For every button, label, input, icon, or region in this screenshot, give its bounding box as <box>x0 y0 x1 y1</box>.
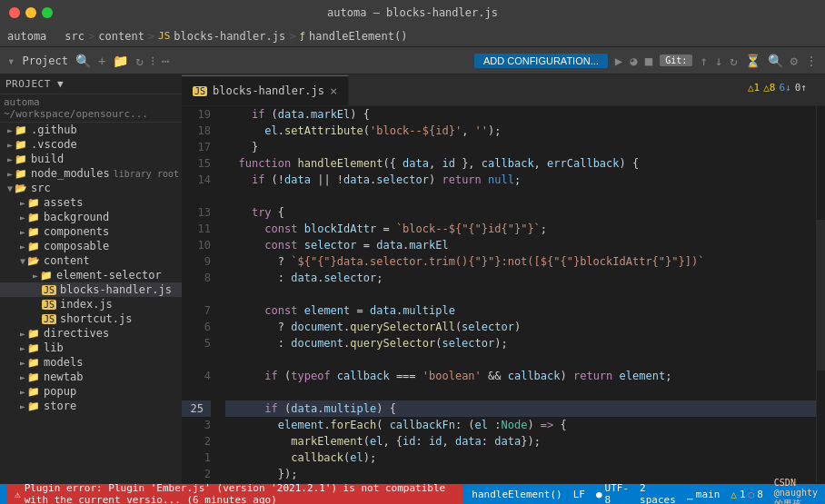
title-bar: automa – blocks-handler.js <box>0 0 825 25</box>
file-tree: ► 📁 .github ► 📁 .vscode ► 📁 build ► 📁 no… <box>0 123 182 413</box>
run-icon[interactable]: ▶ <box>615 54 622 68</box>
line-ending-text: LF <box>573 489 585 500</box>
search-icon[interactable]: 🔍 <box>75 54 91 68</box>
code-line <box>225 286 816 302</box>
code-line: const selector = data.markEl <box>225 237 816 253</box>
sidebar-item-build[interactable]: ► 📁 build <box>0 152 182 166</box>
git-pull-icon[interactable]: ↓ <box>715 54 722 68</box>
line-numbers: 19 18 17 15 14 13 11 10 9 8 7 6 5 4 25 3 <box>182 106 218 484</box>
folder-icon: 📁 <box>15 124 27 136</box>
spaces-text: 2 spaces <box>640 482 676 504</box>
more-icon[interactable]: ⋯ <box>162 54 169 68</box>
code-editor[interactable]: 19 18 17 15 14 13 11 10 9 8 7 6 5 4 25 3 <box>182 106 825 484</box>
settings-icon[interactable]: ⚙ <box>790 54 798 68</box>
sidebar-item-models[interactable]: ► 📁 models <box>0 355 182 370</box>
code-content[interactable]: if (data.markEl) { el.setAttribute('bloc… <box>218 106 816 484</box>
sidebar-item-popup[interactable]: ► 📁 popup <box>0 384 182 399</box>
project-dropdown[interactable]: ▾ <box>7 54 15 68</box>
code-line: const blockIdAttr = `block--${"{"}id{"}"… <box>225 221 816 237</box>
sidebar-item-src[interactable]: ▼ 📂 src <box>0 181 182 195</box>
sidebar-item-assets[interactable]: ► 📁 assets <box>0 195 182 210</box>
git-history-icon[interactable]: ⏳ <box>745 54 760 68</box>
git-refresh-icon[interactable]: ↻ <box>730 54 737 68</box>
app-name[interactable]: automa <box>7 30 46 43</box>
sidebar-project-header: Project ▼ <box>0 74 182 94</box>
folder-icon: 📁 <box>15 168 27 180</box>
folder-icon: 📁 <box>27 328 40 340</box>
branch-indicator[interactable]: ⎯ main <box>687 489 721 500</box>
warning-status[interactable]: △ 1 ○ 8 <box>731 489 763 500</box>
plugin-error-message[interactable]: ⚠ Plugin error: Plugin 'Ember.js' (versi… <box>7 484 462 504</box>
workspace-path: automa ~/workspace/opensourc... <box>0 94 182 123</box>
project-label: Project <box>22 54 68 67</box>
collapse-icon[interactable]: ⁝ <box>151 54 154 68</box>
sidebar-item-background[interactable]: ► 📁 background <box>0 210 182 224</box>
maximize-button[interactable] <box>42 7 53 18</box>
sidebar-item-github[interactable]: ► 📁 .github <box>0 123 182 137</box>
sidebar-item-element-selector[interactable]: ► 📁 element-selector <box>0 268 182 282</box>
sidebar-item-composable[interactable]: ► 📁 composable <box>0 239 182 253</box>
sidebar-item-label: blocks-handler.js <box>60 283 172 296</box>
minimap[interactable] <box>816 106 825 484</box>
code-line: element.forEach( callbackFn: (el :Node) … <box>225 417 816 433</box>
debug-icon[interactable]: ◕ <box>630 54 637 68</box>
spaces-indicator[interactable]: 2 spaces <box>640 482 676 504</box>
line-ending-indicator[interactable]: LF <box>573 489 585 500</box>
more-toolbar-icon[interactable]: ⋮ <box>805 54 818 68</box>
code-line-highlighted: if (data.multiple) { <box>225 400 816 417</box>
sidebar-item-vscode[interactable]: ► 📁 .vscode <box>0 137 182 152</box>
folder-icon: 📁 <box>27 241 40 252</box>
new-folder-icon[interactable]: 📁 <box>113 54 128 68</box>
project-tree-label: Project ▼ <box>5 78 64 90</box>
chevron-right-icon: ► <box>7 125 13 135</box>
folder-icon: 📁 <box>40 270 53 282</box>
sidebar-item-components[interactable]: ► 📁 components <box>0 224 182 239</box>
minimize-button[interactable] <box>25 7 36 18</box>
breadcrumb-src[interactable]: src <box>65 30 84 43</box>
sidebar-item-label: src <box>31 182 51 194</box>
search-global-icon[interactable]: 🔍 <box>768 54 783 68</box>
warning-triangle-icon: △ <box>731 489 737 500</box>
sidebar-item-lib[interactable]: ► 📁 lib <box>0 341 182 355</box>
tab-blocks-handler[interactable]: JS blocks-handler.js × <box>182 75 349 105</box>
breadcrumb-bottom[interactable]: handleElement() <box>472 489 562 500</box>
status-bar-right: handleElement() LF ● UTF-8 2 spaces ⎯ ma… <box>472 478 818 504</box>
sidebar-item-node-modules[interactable]: ► 📁 node_modules library root <box>0 166 182 181</box>
error-count-badge: △8 <box>763 82 775 94</box>
sidebar-item-blocks-handler[interactable]: JS blocks-handler.js <box>0 282 182 297</box>
toolbar-right: ADD CONFIGURATION... ▶ ◕ ■ Git: ↑ ↓ ↻ ⏳ … <box>474 54 818 68</box>
sidebar-item-label: store <box>44 400 76 412</box>
sidebar-item-index-js[interactable]: JS index.js <box>0 297 182 311</box>
chevron-down-icon: ▼ <box>7 183 13 193</box>
tab-close-button[interactable]: × <box>330 84 337 98</box>
encoding-indicator[interactable]: ● UTF-8 <box>596 482 629 504</box>
add-configuration-button[interactable]: ADD CONFIGURATION... <box>474 54 608 68</box>
sidebar-item-store[interactable]: ► 📁 store <box>0 399 182 413</box>
branch-name: main <box>696 489 721 500</box>
folder-icon: 📁 <box>27 357 40 369</box>
folder-icon: 📁 <box>27 197 40 209</box>
git-push-icon[interactable]: ↑ <box>700 54 707 68</box>
sidebar-item-newtab[interactable]: ► 📁 newtab <box>0 370 182 384</box>
info-badge: 6↓ <box>780 82 791 94</box>
breadcrumb-file[interactable]: blocks-handler.js <box>174 30 285 43</box>
sidebar-item-shortcut-js[interactable]: JS shortcut.js <box>0 311 182 326</box>
chevron-right-icon: ► <box>20 372 25 382</box>
editor-area: JS blocks-handler.js × △1 △8 6↓ 0↑ 19 18… <box>182 74 825 484</box>
sidebar-item-label: node_modules <box>31 167 110 180</box>
breadcrumb-content[interactable]: content <box>98 30 144 43</box>
sidebar-item-content[interactable]: ▼ 📂 content <box>0 253 182 268</box>
close-button[interactable] <box>9 7 20 18</box>
error-icon: ⚠ <box>15 489 21 500</box>
js-file-icon: JS <box>42 300 56 310</box>
window-title: automa – blocks-handler.js <box>327 6 498 19</box>
refresh-icon[interactable]: ↻ <box>135 54 143 68</box>
breadcrumb-function[interactable]: handleElement() <box>309 30 407 43</box>
sidebar-item-label: composable <box>44 240 109 252</box>
new-file-icon[interactable]: + <box>98 54 105 68</box>
sidebar-item-directives[interactable]: ► 📁 directives <box>0 326 182 341</box>
folder-icon: 📁 <box>27 226 40 238</box>
sidebar-item-label: models <box>44 356 83 369</box>
stop-icon[interactable]: ■ <box>645 54 652 68</box>
code-line: const element = data.multiple <box>225 302 816 319</box>
